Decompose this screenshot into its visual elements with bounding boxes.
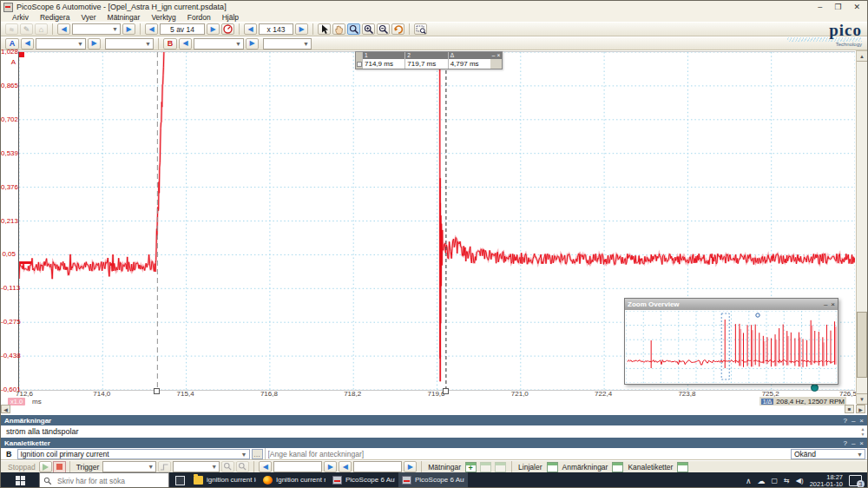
time-ruler-handle-2[interactable] — [443, 388, 449, 394]
next-buffer-button[interactable]: ▶ — [207, 23, 220, 35]
taskbar-search[interactable] — [39, 472, 169, 488]
time-ruler-handle-1[interactable] — [154, 388, 160, 394]
display-icon[interactable]: ▢ — [772, 477, 779, 485]
start-capture-button[interactable] — [39, 461, 52, 472]
search-input[interactable] — [56, 476, 168, 486]
network-icon[interactable]: ⇆ — [784, 477, 790, 485]
pan-hand-tool-icon[interactable] — [332, 23, 345, 35]
menu-item-vyer[interactable]: Vyer — [81, 13, 95, 22]
channel-label-more-button[interactable]: … — [252, 449, 263, 459]
trigger-mode-dropdown[interactable]: ▼ — [102, 461, 156, 472]
trigger-channel-dropdown[interactable]: ▼ — [173, 461, 220, 472]
menu-item-fordon[interactable]: Fordon — [187, 13, 211, 22]
channel-a-range-up[interactable]: ▶ — [88, 38, 101, 49]
trigger-zoom-out-icon[interactable] — [236, 461, 249, 472]
marquee-zoom-icon[interactable] — [414, 23, 427, 35]
add-measurement-button[interactable] — [465, 462, 477, 472]
buffer-position-field[interactable]: 5 av 14 — [160, 23, 205, 35]
rulers-button[interactable] — [547, 462, 558, 472]
zoom-in-step-button[interactable]: ▶ — [295, 23, 308, 35]
edit-icon[interactable]: ✎ — [20, 23, 33, 35]
channel-annotation-input[interactable] — [265, 448, 790, 460]
zoom-overview-plot[interactable] — [626, 311, 837, 383]
menu-item-hjlp[interactable]: Hjälp — [222, 13, 239, 22]
channel-b-range-down[interactable]: ◀ — [179, 38, 192, 49]
pretrigger-field[interactable] — [353, 461, 402, 472]
vscroll-thumb[interactable] — [857, 312, 867, 378]
zoom-out-step-button[interactable]: ◀ — [244, 23, 257, 35]
notification-center-icon[interactable]: 3 — [849, 475, 862, 486]
trigger-level-up[interactable]: ▶ — [324, 461, 337, 472]
trigger-level-field[interactable] — [273, 461, 322, 472]
zoom-overview-titlebar[interactable]: Zoom Overview – × — [625, 299, 838, 310]
menu-item-redigera[interactable]: Redigera — [40, 13, 70, 22]
channel-b-range-dropdown[interactable]: ▼ — [194, 38, 244, 49]
taskbar-app-4[interactable]: PicoScope 6 Auto... — [398, 472, 468, 488]
channel-b-coupling-dropdown[interactable]: ▼ — [263, 38, 312, 49]
buffer-overview-icon[interactable] — [221, 23, 234, 35]
notes-scrollbar[interactable]: ▲▼ — [858, 426, 867, 438]
title-bar[interactable]: PicoScope 6 Automotive - [Opel_Astra H_i… — [1, 1, 867, 13]
menu-item-arkiv[interactable]: Arkiv — [12, 13, 29, 22]
zoom-in-tool-icon[interactable] — [362, 23, 375, 35]
labels-minimize-button[interactable]: – — [852, 439, 855, 447]
task-view-button[interactable] — [169, 472, 190, 488]
channel-label-dropdown[interactable]: Ignition coil primary current ▼ — [17, 449, 250, 459]
ruler-legend-grip[interactable] — [356, 52, 362, 69]
trigger-settings-icon[interactable] — [158, 461, 171, 472]
pretrigger-up[interactable]: ▶ — [404, 461, 417, 472]
vscroll-down-arrow[interactable]: ▼ — [857, 393, 867, 405]
menu-item-verktyg[interactable]: Verktyg — [151, 13, 175, 22]
channel-type-dropdown[interactable]: Okänd ▼ — [791, 449, 865, 459]
zoom-overview-close[interactable]: × — [831, 300, 835, 308]
channel-b-button[interactable]: B — [163, 38, 177, 49]
next-file-button[interactable]: ▶ — [122, 23, 135, 35]
taskbar-app-3[interactable]: PicoScope 6 Auto... — [329, 472, 398, 488]
taskbar-clock[interactable]: 18:27 2021-01-10 — [810, 474, 843, 488]
file-dropdown[interactable]: ▼ — [72, 23, 121, 35]
hscroll-right-arrow[interactable]: ▶ — [856, 405, 865, 413]
close-button[interactable]: ✕ — [853, 3, 860, 11]
home-icon[interactable]: ⌂ — [35, 23, 48, 35]
trigger-zoom-in-icon[interactable] — [221, 461, 234, 472]
edit-measurement-button[interactable] — [480, 462, 491, 472]
onedrive-cloud-icon[interactable]: ☁ — [758, 477, 766, 485]
delete-measurement-button[interactable] — [495, 462, 506, 472]
vertical-scrollbar[interactable]: ▲ ▼ — [856, 50, 868, 404]
hscroll-left-arrow[interactable]: ◀ — [1, 405, 10, 413]
ruler-legend-close[interactable]: × — [496, 52, 500, 59]
notes-close-button[interactable]: × — [859, 417, 864, 425]
minimize-button[interactable]: – — [818, 3, 822, 11]
cursor-tool-icon[interactable] — [318, 23, 331, 35]
pretrigger-down[interactable]: ◀ — [339, 461, 352, 472]
ruler-legend-minimize[interactable]: – — [492, 52, 496, 59]
channel-labels-toggle-button[interactable] — [677, 462, 688, 472]
zoom-overview-window[interactable]: Zoom Overview – × — [624, 298, 838, 385]
channel-a-marker[interactable] — [19, 52, 24, 57]
vscroll-up-arrow[interactable]: ▲ — [857, 51, 867, 62]
prev-file-button[interactable]: ◀ — [57, 23, 70, 35]
channel-a-range-down[interactable]: ◀ — [21, 38, 34, 49]
notes-text[interactable]: ström alla tändspolar — [6, 427, 79, 436]
zoom-window-tool-icon[interactable] — [347, 23, 360, 35]
channel-a-range-dropdown[interactable]: ▼ — [36, 38, 86, 49]
connect-device-icon[interactable]: ≈ — [5, 23, 18, 35]
channel-b-zero-marker[interactable] — [20, 261, 31, 264]
labels-help-button[interactable]: ? — [843, 439, 846, 447]
start-button[interactable] — [1, 472, 39, 488]
trigger-level-down[interactable]: ◀ — [259, 461, 272, 472]
ruler-legend[interactable]: 1 714,9 ms 2 719,7 ms Δ 4,797 ms – × — [355, 51, 503, 69]
notes-help-button[interactable]: ? — [843, 417, 846, 425]
restore-button[interactable]: ❐ — [834, 3, 841, 11]
undo-zoom-icon[interactable] — [391, 23, 404, 35]
zoom-factor-field[interactable]: x 143 — [259, 23, 293, 35]
channel-labels-header[interactable]: Kanaletiketter ? – × — [1, 438, 867, 448]
menu-item-mtningar[interactable]: Mätningar — [108, 13, 141, 22]
zoom-overview-minimize[interactable]: – — [824, 300, 827, 308]
notes-minimize-button[interactable]: – — [852, 417, 855, 425]
taskbar-app-1[interactable]: ignition current low — [190, 472, 260, 488]
taskbar-app-2[interactable]: Ignition current re... — [260, 472, 329, 488]
notes-panel-body[interactable]: ström alla tändspolar ▲▼ — [1, 425, 867, 438]
prev-buffer-button[interactable]: ◀ — [145, 23, 158, 35]
tray-expand-icon[interactable]: ∧ — [746, 477, 752, 485]
